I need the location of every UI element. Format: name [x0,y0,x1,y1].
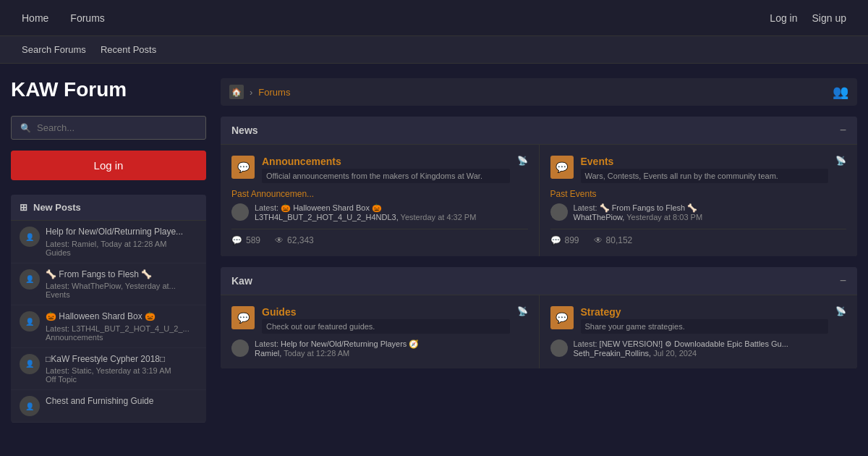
latest-user: Ramiel, [255,349,281,358]
post-meta: Latest: WhatThePiow, Yesterday at... [46,282,176,290]
top-nav-right: Log in Sign up [770,12,846,24]
sidebar: KAW Forum 🔍 Log in ⊞ New Posts 👤 Help fo… [11,78,206,423]
post-category: Guides [46,248,183,257]
post-category: Announcements [46,333,190,342]
latest-time: Today at 12:28 AM [284,349,349,358]
forum-desc-events: Wars, Contests, Events all run by the co… [581,169,829,183]
post-meta: Latest: Static, Yesterday at 3:19 AM [46,366,171,375]
stat-views: 62,343 [287,235,314,245]
content-area: 🏠 › Forums 👥 News − 💬 Announcements [221,78,857,423]
forum-icon-guides: 💬 [231,306,255,329]
latest-user: WhatThePiow, [574,213,625,221]
list-item: 👤 □KaW Freestyle Cypher 2018□ Latest: St… [11,348,206,391]
section-header-kaw: Kaw − [221,267,857,295]
members-icon[interactable]: 👥 [833,84,848,100]
latest-title[interactable]: 🎃 Halloween Shard Box 🎃 [281,203,382,212]
avatar: 👤 [20,311,40,332]
forum-stats-announcements: 💬 589 👁 62,343 [231,229,528,245]
section-header-news: News − [221,117,857,145]
forum-name-guides[interactable]: Guides [262,306,510,318]
latest-title[interactable]: Help for New/Old/Returning Players 🧭 [281,339,419,348]
new-posts-panel: ⊞ New Posts 👤 Help for New/Old/Returning… [11,195,206,423]
post-category: Off Topic [46,375,171,384]
avatar [231,203,249,221]
forum-desc-announcements: Official announcements from the makers o… [262,169,510,183]
latest-user: L3TH4L_BUT_2_HOT_4_U_2_H4NDL3, [255,213,399,221]
stat-comments: 899 [565,235,579,245]
section-toggle-news[interactable]: − [840,124,846,137]
forum-card-strategy: 💬 Strategy Share your game strategies. 📡… [540,295,858,368]
post-category: Events [46,290,176,299]
section-kaw: Kaw − 💬 Guides Check out our featured gu… [221,267,857,368]
post-title[interactable]: Chest and Furnishing Guide [46,396,153,408]
forum-name-events[interactable]: Events [581,156,829,167]
forum-icon-strategy: 💬 [550,306,574,329]
stat-views: 80,152 [606,235,633,245]
latest-label: Latest: [255,339,278,348]
list-item: 👤 Chest and Furnishing Guide [11,390,206,423]
forum-desc-guides: Check out our featured guides. [262,319,510,334]
nav-login[interactable]: Log in [770,12,797,24]
avatar [231,339,249,357]
forum-card-announcements: 💬 Announcements Official announcements f… [221,145,539,256]
section-news: News − 💬 Announcements Official announce… [221,117,857,256]
latest-title[interactable]: [NEW VERSION!] ⚙ Downloadable Epic Battl… [600,339,788,348]
comment-icon: 💬 [550,235,561,245]
forum-name-strategy[interactable]: Strategy [581,306,829,318]
new-posts-icon: ⊞ [20,202,27,213]
subnav-recent-posts[interactable]: Recent Posts [101,44,156,55]
rss-icon: 📡 [835,156,846,166]
list-item: 👤 🦴 From Fangs to Flesh 🦴 Latest: WhatTh… [11,263,206,306]
list-item: 👤 Help for New/Old/Returning Playe... La… [11,221,206,263]
rss-icon: 📡 [835,306,846,316]
forum-stats-events: 💬 899 👁 80,152 [550,229,847,245]
latest-title[interactable]: 🦴 From Fangs to Flesh 🦴 [600,203,698,212]
forum-desc-strategy: Share your game strategies. [581,319,829,334]
section-title-news: News [231,124,258,136]
forum-icon-announcements: 💬 [231,156,255,179]
search-box[interactable]: 🔍 [11,116,206,140]
nav-signup[interactable]: Sign up [812,12,846,24]
post-meta: Latest: Ramiel, Today at 12:28 AM [46,240,183,248]
avatar: 👤 [20,396,40,416]
post-title[interactable]: □KaW Freestyle Cypher 2018□ [46,354,171,366]
latest-label: Latest: [574,339,597,348]
post-title[interactable]: 🦴 From Fangs to Flesh 🦴 [46,269,176,281]
section-toggle-kaw[interactable]: − [840,274,846,287]
forum-link-past-announcements[interactable]: Past Announcemen... [231,189,528,199]
nav-home[interactable]: Home [22,12,48,24]
post-title[interactable]: 🎃 Halloween Shard Box 🎃 [46,311,190,323]
forum-card-guides: 💬 Guides Check out our featured guides. … [221,295,539,368]
new-posts-header: ⊞ New Posts [11,195,206,221]
avatar: 👤 [20,269,40,290]
latest-time: Yesterday at 8:03 PM [626,213,702,221]
subnav-search-forums[interactable]: Search Forums [22,44,86,55]
breadcrumb-current[interactable]: Forums [258,87,290,98]
main-layout: KAW Forum 🔍 Log in ⊞ New Posts 👤 Help fo… [0,64,868,437]
avatar [550,203,568,221]
forum-grid-kaw: 💬 Guides Check out our featured guides. … [221,295,857,368]
forum-link-past-events[interactable]: Past Events [550,189,847,199]
forum-icon-events: 💬 [550,156,574,179]
views-icon: 👁 [594,235,603,245]
search-icon: 🔍 [20,123,31,133]
list-item: 👤 🎃 Halloween Shard Box 🎃 Latest: L3TH4L… [11,305,206,348]
top-navbar: Home Forums Log in Sign up [0,0,868,36]
rss-icon: 📡 [517,156,528,166]
home-icon[interactable]: 🏠 [229,85,244,99]
avatar: 👤 [20,227,40,247]
nav-forums[interactable]: Forums [70,12,104,24]
views-icon: 👁 [275,235,284,245]
forum-name-announcements[interactable]: Announcements [262,156,510,167]
breadcrumb-separator: › [250,87,252,98]
latest-label: Latest: [574,203,597,212]
new-posts-title: New Posts [33,202,81,213]
section-title-kaw: Kaw [231,275,252,287]
post-title[interactable]: Help for New/Old/Returning Playe... [46,227,183,238]
top-nav-left: Home Forums [22,12,105,24]
search-input[interactable] [37,122,197,133]
login-button[interactable]: Log in [11,151,206,180]
latest-time: Jul 20, 2024 [653,349,697,358]
avatar: 👤 [20,354,40,374]
rss-icon: 📡 [517,306,528,316]
